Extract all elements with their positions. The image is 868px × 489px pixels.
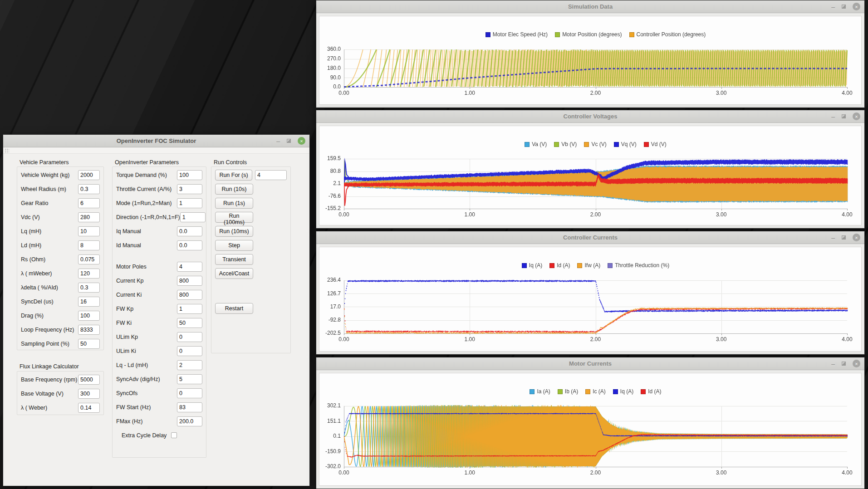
field-row-current-kp: Current Kp: [113, 274, 206, 288]
field-input-fw-kp[interactable]: [177, 304, 202, 314]
field-input-ld-mh[interactable]: [78, 240, 100, 250]
field-input-iq-manual[interactable]: [177, 226, 202, 236]
field-input-torque-demand[interactable]: [177, 170, 202, 180]
field-input-syncofs[interactable]: [177, 388, 202, 398]
field-input-lq-mh[interactable]: [78, 226, 100, 236]
restore-icon[interactable]: [842, 235, 846, 240]
run-1s-button[interactable]: Run (1s): [215, 198, 253, 209]
window-buttons: – ×: [831, 357, 860, 370]
field-label-delta-aid: λdelta ( %/AId): [21, 284, 78, 291]
field-label-mode-1-run-2-man: Mode (1=Run,2=Man): [116, 200, 177, 206]
field-row-rs-ohm: Rs (Ohm): [17, 252, 103, 266]
plot-surface[interactable]: [316, 244, 864, 354]
section-title-run-controls: Run Controls: [214, 159, 247, 166]
motor-currents-window: Motor Currents – × Ia (A)Ib (A)Ic (A)Iq …: [316, 357, 865, 489]
minimize-icon[interactable]: –: [831, 114, 835, 119]
field-label-wheel-radius-m: Wheel Radius (m): [21, 186, 78, 192]
field-label-current-ki: Current Ki: [116, 292, 177, 298]
window-buttons: – ×: [831, 0, 860, 13]
field-label-ulim-ki: ULim Ki: [116, 348, 177, 354]
grip-handle-icon[interactable]: [5, 148, 9, 153]
close-icon[interactable]: ×: [853, 3, 860, 10]
extra-cycle-delay-checkbox[interactable]: [171, 432, 177, 438]
run-button-row: Accel/Coast: [211, 266, 290, 280]
simulation-data-window: Simulation Data – × Motor Elec Speed (Hz…: [316, 0, 865, 108]
field-input-base-frequency-rpm[interactable]: [78, 375, 100, 385]
field-label-current-kp: Current Kp: [116, 278, 177, 284]
field-input-direction-1-r-0-n-1-f[interactable]: [180, 212, 206, 222]
run-10ms-button[interactable]: Run (10ms): [215, 226, 253, 237]
field-input-gear-ratio[interactable]: [78, 198, 100, 208]
field-input-lq-ld-mh[interactable]: [177, 360, 202, 370]
restore-icon[interactable]: [842, 114, 846, 118]
run-for-seconds-input[interactable]: [255, 170, 287, 180]
field-input-mweber[interactable]: [78, 269, 100, 279]
titlebar[interactable]: Simulation Data – ×: [316, 0, 864, 13]
field-input-loop-frequency-hz[interactable]: [78, 325, 100, 335]
close-icon[interactable]: ×: [298, 137, 305, 145]
field-input-weber[interactable]: [78, 403, 100, 413]
field-input-syncdel-us[interactable]: [78, 297, 100, 307]
run-for-s-button[interactable]: Run For (s): [215, 170, 252, 181]
plot-surface[interactable]: [316, 123, 864, 228]
simulator-titlebar[interactable]: OpenInverter FOC Simulator – ×: [3, 135, 309, 147]
field-input-sampling-point[interactable]: [78, 339, 100, 349]
minimize-icon[interactable]: –: [276, 139, 280, 143]
field-label-syncdel-us: SyncDel (us): [21, 298, 78, 305]
field-label-motor-poles: Motor Poles: [116, 264, 177, 270]
window-title: Controller Currents: [563, 234, 618, 241]
field-input-drag[interactable]: [78, 311, 100, 321]
field-row-vdc-v: Vdc (V): [17, 210, 103, 224]
close-icon[interactable]: ×: [853, 234, 860, 241]
field-label-mweber: λ ( mWeber): [21, 270, 78, 277]
titlebar[interactable]: Controller Currents – ×: [316, 231, 864, 244]
step-button[interactable]: Step: [215, 240, 253, 251]
field-label-fw-kp: FW Kp: [116, 306, 177, 312]
minimize-icon[interactable]: –: [831, 235, 835, 240]
transient-button[interactable]: Transient: [215, 254, 253, 265]
field-input-vdc-v[interactable]: [78, 212, 100, 222]
restore-icon[interactable]: [842, 362, 846, 366]
titlebar[interactable]: Motor Currents – ×: [316, 357, 864, 370]
field-input-id-manual[interactable]: [177, 240, 202, 250]
field-input-fmax-hz[interactable]: [177, 416, 202, 426]
field-input-delta-aid[interactable]: [78, 283, 100, 293]
run-10s-button[interactable]: Run (10s): [215, 184, 253, 195]
field-input-syncadv-dig-hz[interactable]: [177, 374, 202, 384]
minimize-icon[interactable]: –: [831, 5, 835, 9]
accel-coast-button[interactable]: Accel/Coast: [215, 268, 253, 279]
restart-button[interactable]: Restart: [215, 303, 253, 314]
field-input-rs-ohm[interactable]: [78, 254, 100, 264]
chart-content: Ia (A)Ib (A)Ic (A)Iq (A)Id (A): [316, 370, 864, 489]
field-row-syncadv-dig-hz: SyncAdv (dig/Hz): [113, 372, 206, 386]
close-icon[interactable]: ×: [853, 112, 860, 120]
field-input-current-ki[interactable]: [177, 290, 202, 300]
close-icon[interactable]: ×: [853, 360, 860, 367]
field-row-iq-manual: Iq Manual: [113, 224, 206, 238]
titlebar[interactable]: Controller Voltages – ×: [316, 110, 864, 123]
field-input-throttle-current-a[interactable]: [177, 184, 202, 194]
field-input-fw-ki[interactable]: [177, 318, 202, 328]
plot-surface[interactable]: [316, 370, 864, 489]
field-input-fw-start-hz[interactable]: [177, 402, 202, 412]
window-title: Controller Voltages: [564, 113, 618, 120]
run-100ms-button[interactable]: Run (100ms): [215, 212, 253, 223]
plot-surface[interactable]: [316, 13, 864, 108]
restore-icon[interactable]: [287, 139, 291, 143]
field-input-vehicle-weight-kg[interactable]: [78, 170, 100, 180]
minimize-icon[interactable]: –: [831, 362, 835, 366]
field-label-id-manual: Id Manual: [116, 242, 177, 249]
field-input-motor-poles[interactable]: [177, 262, 202, 272]
window-buttons: – ×: [831, 110, 860, 122]
field-label-ld-mh: Ld (mH): [21, 242, 78, 249]
field-label-loop-frequency-hz: Loop Frequency (Hz): [21, 327, 78, 333]
field-input-current-kp[interactable]: [177, 276, 202, 286]
field-input-mode-1-run-2-man[interactable]: [177, 198, 202, 208]
restore-icon[interactable]: [842, 5, 846, 9]
field-label-base-frequency-rpm: Base Frequency (rpm): [21, 377, 78, 383]
field-input-wheel-radius-m[interactable]: [78, 184, 100, 194]
field-input-ulim-kp[interactable]: [177, 332, 202, 342]
field-input-ulim-ki[interactable]: [177, 346, 202, 356]
field-row-lq-mh: Lq (mH): [17, 224, 103, 238]
field-input-base-voltage-v[interactable]: [78, 389, 100, 399]
